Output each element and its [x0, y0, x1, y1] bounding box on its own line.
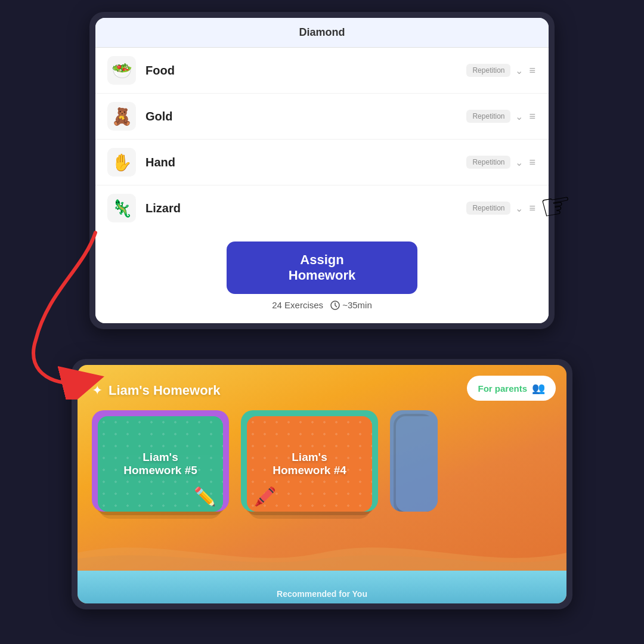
menu-icon[interactable]: ≡ [529, 64, 537, 77]
recommended-text: Recommended for You [277, 589, 367, 599]
hw5-label: Liam'sHomework #5 [116, 451, 205, 477]
lizard-emoji: 🦎 [107, 194, 136, 222]
exercises-count: 24 Exercises [272, 300, 323, 310]
assign-meta: 24 Exercises ~35min [272, 300, 372, 310]
hw4-inner: Liam'sHomework #4 🖍️ [247, 416, 372, 512]
sparkle-icon: ✦ [92, 383, 103, 398]
homework-cards: Liam'sHomework #5 ✏️ Liam'sHomework #4 🖍… [92, 410, 552, 512]
diamond-header: Diamond [95, 18, 549, 48]
assign-homework-button[interactable]: Assign Homework [227, 242, 417, 294]
bottom-tablet-inner: For parents 👥 ✦ Liam's Homework Liam'sHo… [78, 365, 566, 603]
list-item: 🧸 Gold Repetition ⌄ ≡ [95, 94, 549, 140]
assign-section: Assign Homework 24 Exercises ~35min [95, 231, 549, 323]
chevron-down-icon[interactable]: ⌄ [515, 157, 523, 168]
menu-icon[interactable]: ≡ [529, 156, 537, 169]
hand-label: Hand [145, 156, 466, 169]
gold-label: Gold [145, 110, 466, 123]
homework-title: Liam's Homework [109, 383, 220, 398]
sand-wave-svg [78, 535, 566, 571]
gold-emoji: 🧸 [107, 102, 136, 131]
lizard-tag: Repetition [466, 202, 510, 215]
pencil-icon: ✏️ [194, 486, 216, 507]
for-parents-button[interactable]: For parents 👥 [467, 376, 556, 401]
chevron-down-icon[interactable]: ⌄ [515, 203, 523, 214]
lizard-label: Lizard [145, 202, 466, 215]
parents-icon: 👥 [532, 382, 545, 395]
chevron-down-icon[interactable]: ⌄ [515, 65, 523, 76]
menu-icon[interactable]: ≡ [529, 110, 537, 123]
crayon-icon: 🖍️ [254, 486, 276, 507]
hw4-label: Liam'sHomework #4 [265, 451, 354, 477]
food-label: Food [145, 64, 466, 78]
bottom-tablet: For parents 👥 ✦ Liam's Homework Liam'sHo… [72, 359, 572, 609]
time-estimate: ~35min [342, 300, 372, 310]
clock-icon: ~35min [330, 300, 372, 310]
chevron-down-icon[interactable]: ⌄ [515, 111, 523, 122]
hw5-inner: Liam'sHomework #5 ✏️ [98, 416, 223, 512]
food-emoji: 🥗 [107, 56, 136, 85]
gold-tag: Repetition [466, 110, 510, 123]
list-item: 🥗 Food Repetition ⌄ ≡ [95, 48, 549, 94]
vocab-list: 🥗 Food Repetition ⌄ ≡ 🧸 Gold Repetition … [95, 48, 549, 231]
homework-card-partial [390, 410, 438, 512]
list-item: ✋ Hand Repetition ⌄ ≡ [95, 140, 549, 185]
hand-tag: Repetition [466, 156, 510, 169]
top-tablet: Diamond 🥗 Food Repetition ⌄ ≡ 🧸 Gold Rep… [89, 12, 555, 329]
list-item: 🦎 Lizard Repetition ⌄ ≡ [95, 185, 549, 231]
for-parents-label: For parents [478, 383, 527, 394]
hand-emoji: ✋ [107, 148, 136, 177]
bottom-wave-bar: Recommended for You [78, 571, 566, 603]
homework-card-5[interactable]: Liam'sHomework #5 ✏️ [92, 410, 229, 512]
food-tag: Repetition [466, 64, 510, 77]
menu-icon[interactable]: ≡ [529, 202, 537, 215]
top-tablet-inner: Diamond 🥗 Food Repetition ⌄ ≡ 🧸 Gold Rep… [95, 18, 549, 323]
homework-card-4[interactable]: Liam'sHomework #4 🖍️ [241, 410, 378, 512]
